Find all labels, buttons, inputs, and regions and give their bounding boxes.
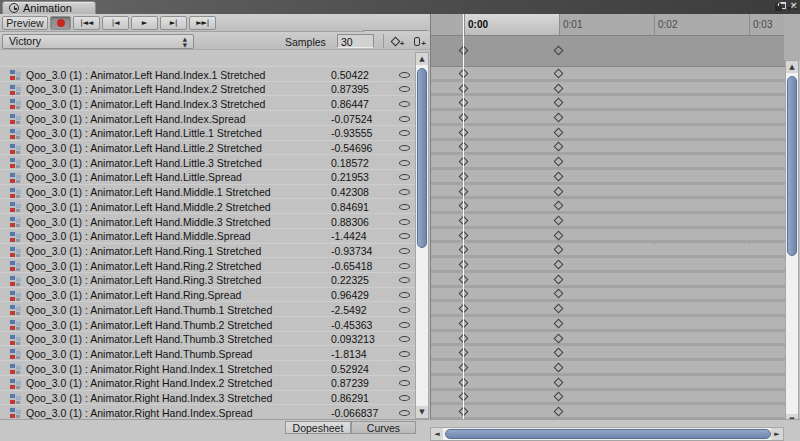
property-value[interactable]: 0.88306 bbox=[331, 216, 395, 228]
dopesheet-row[interactable] bbox=[431, 67, 785, 82]
add-event-button[interactable]: + bbox=[410, 33, 430, 49]
dopesheet-row[interactable] bbox=[431, 302, 785, 317]
dopesheet-rows[interactable] bbox=[431, 67, 785, 419]
scroll-up-icon[interactable]: ▲ bbox=[416, 53, 428, 65]
eye-icon[interactable] bbox=[399, 336, 410, 342]
property-row[interactable]: Qoo_3.0 (1) : Animator.Left Hand.Ring.Sp… bbox=[0, 287, 416, 302]
property-value[interactable]: 0.22325 bbox=[331, 274, 395, 286]
eye-icon[interactable] bbox=[399, 248, 410, 254]
dopesheet-row[interactable] bbox=[431, 288, 785, 303]
dopesheet-row[interactable] bbox=[431, 317, 785, 332]
dopesheet-row[interactable] bbox=[431, 273, 785, 288]
property-row[interactable]: Qoo_3.0 (1) : Animator.Left Hand.Ring.1 … bbox=[0, 243, 416, 258]
eye-icon[interactable] bbox=[399, 160, 410, 166]
dopesheet-row[interactable] bbox=[431, 82, 785, 97]
property-value[interactable]: -1.4424 bbox=[331, 230, 395, 242]
tab-animation[interactable]: Animation bbox=[2, 1, 96, 14]
eye-icon[interactable] bbox=[399, 322, 410, 328]
property-row[interactable]: Qoo_3.0 (1) : Animator.Left Hand.Index.S… bbox=[0, 110, 416, 125]
eye-icon[interactable] bbox=[399, 263, 410, 269]
eye-icon[interactable] bbox=[399, 86, 410, 92]
property-value[interactable]: 0.21953 bbox=[331, 171, 395, 183]
property-value[interactable]: 0.86447 bbox=[331, 98, 395, 110]
property-list-scrollbar-thumb[interactable] bbox=[417, 68, 427, 248]
keyframe-summary-row[interactable] bbox=[431, 36, 785, 67]
eye-icon[interactable] bbox=[399, 219, 410, 225]
dopesheet-vertical-scrollbar[interactable]: ▲ ▼ bbox=[785, 60, 799, 427]
timeline-ruler[interactable]: 0:000:010:020:03 bbox=[431, 14, 785, 36]
property-row[interactable]: Qoo_3.0 (1) : Animator.Left Hand.Ring.3 … bbox=[0, 272, 416, 287]
dopesheet-row[interactable] bbox=[431, 376, 785, 391]
dopesheet-row[interactable] bbox=[431, 185, 785, 200]
eye-icon[interactable] bbox=[399, 204, 410, 210]
dopesheet-row[interactable] bbox=[431, 258, 785, 273]
property-value[interactable]: -0.65418 bbox=[331, 260, 395, 272]
property-row[interactable]: Qoo_3.0 (1) : Animator.Right Hand.Index.… bbox=[0, 390, 416, 405]
property-value[interactable]: 0.52924 bbox=[331, 363, 395, 375]
property-value[interactable]: -0.45363 bbox=[331, 319, 395, 331]
property-row[interactable]: Qoo_3.0 (1) : Animator.Left Hand.Thumb.3… bbox=[0, 331, 416, 346]
keyframe-diamond[interactable] bbox=[553, 45, 563, 55]
property-value[interactable]: 0.87239 bbox=[331, 377, 395, 389]
tab-dopesheet[interactable]: Dopesheet bbox=[285, 421, 351, 434]
property-value[interactable]: -1.8134 bbox=[331, 348, 395, 360]
property-row[interactable]: Qoo_3.0 (1) : Animator.Left Hand.Index.2… bbox=[0, 81, 416, 96]
play-button[interactable]: ► bbox=[131, 16, 158, 31]
dopesheet-row[interactable] bbox=[431, 170, 785, 185]
eye-icon[interactable] bbox=[399, 380, 410, 386]
property-row[interactable]: Qoo_3.0 (1) : Animator.Left Hand.Middle.… bbox=[0, 198, 416, 213]
playhead[interactable] bbox=[463, 14, 464, 419]
property-value[interactable]: 0.50422 bbox=[331, 69, 395, 81]
go-to-start-button[interactable]: |◄◄ bbox=[73, 16, 100, 31]
scroll-right-icon[interactable]: ► bbox=[771, 428, 783, 440]
dopesheet-row[interactable] bbox=[431, 155, 785, 170]
eye-icon[interactable] bbox=[399, 292, 410, 298]
property-row[interactable]: Qoo_3.0 (1) : Animator.Left Hand.Middle.… bbox=[0, 184, 416, 199]
dopesheet-row[interactable] bbox=[431, 244, 785, 259]
dopesheet-row[interactable] bbox=[431, 111, 785, 126]
preview-button[interactable]: Preview bbox=[2, 16, 48, 31]
property-row[interactable]: Qoo_3.0 (1) : Animator.Left Hand.Thumb.2… bbox=[0, 316, 416, 331]
property-row[interactable]: Qoo_3.0 (1) : Animator.Left Hand.Ring.2 … bbox=[0, 257, 416, 272]
property-value[interactable]: -0.93555 bbox=[331, 127, 395, 139]
property-value[interactable]: -2.5492 bbox=[331, 304, 395, 316]
scroll-down-icon[interactable]: ▼ bbox=[416, 406, 428, 418]
dopesheet-row[interactable] bbox=[431, 346, 785, 361]
dopesheet-row[interactable] bbox=[431, 126, 785, 141]
dope-scroll-up-icon[interactable]: ▲ bbox=[786, 61, 798, 73]
property-value[interactable]: 0.42308 bbox=[331, 186, 395, 198]
go-to-end-button[interactable]: ►►| bbox=[189, 16, 216, 31]
samples-field[interactable]: 30 bbox=[337, 34, 374, 48]
property-list-scrollbar[interactable]: ▲ ▼ bbox=[415, 52, 429, 419]
eye-icon[interactable] bbox=[399, 101, 410, 107]
property-row[interactable]: Qoo_3.0 (1) : Animator.Left Hand.Little.… bbox=[0, 140, 416, 155]
property-value[interactable]: 0.87395 bbox=[331, 83, 395, 95]
property-row[interactable]: Qoo_3.0 (1) : Animator.Left Hand.Middle.… bbox=[0, 228, 416, 243]
dopesheet-row[interactable] bbox=[431, 141, 785, 156]
property-value[interactable]: -0.93734 bbox=[331, 245, 395, 257]
property-row[interactable]: Qoo_3.0 (1) : Animator.Left Hand.Little.… bbox=[0, 169, 416, 184]
property-value[interactable]: 0.96429 bbox=[331, 289, 395, 301]
clip-dropdown[interactable]: Victory ▲▼ bbox=[2, 34, 194, 49]
eye-icon[interactable] bbox=[399, 366, 410, 372]
property-value[interactable]: 0.86291 bbox=[331, 392, 395, 404]
add-keyframe-button[interactable]: + bbox=[388, 33, 408, 49]
eye-icon[interactable] bbox=[399, 410, 410, 416]
eye-icon[interactable] bbox=[399, 277, 410, 283]
property-value[interactable]: -0.066837 bbox=[331, 407, 395, 419]
dopesheet-row[interactable] bbox=[431, 405, 785, 419]
next-key-button[interactable]: ►| bbox=[160, 16, 187, 31]
dopesheet-row[interactable] bbox=[431, 361, 785, 376]
window-menu-icon[interactable]: ▾ ≡ bbox=[787, 5, 798, 13]
property-row[interactable]: Qoo_3.0 (1) : Animator.Left Hand.Index.3… bbox=[0, 95, 416, 110]
property-row[interactable]: Qoo_3.0 (1) : Animator.Right Hand.Index.… bbox=[0, 404, 416, 419]
dopesheet-row[interactable] bbox=[431, 214, 785, 229]
property-row[interactable]: Qoo_3.0 (1) : Animator.Left Hand.Little.… bbox=[0, 154, 416, 169]
property-row[interactable]: Qoo_3.0 (1) : Animator.Left Hand.Middle.… bbox=[0, 213, 416, 228]
dopesheet-row[interactable] bbox=[431, 199, 785, 214]
eye-icon[interactable] bbox=[399, 174, 410, 180]
eye-icon[interactable] bbox=[399, 72, 410, 78]
eye-icon[interactable] bbox=[399, 189, 410, 195]
property-row[interactable]: Qoo_3.0 (1) : Animator.Left Hand.Thumb.1… bbox=[0, 301, 416, 316]
eye-icon[interactable] bbox=[399, 233, 410, 239]
